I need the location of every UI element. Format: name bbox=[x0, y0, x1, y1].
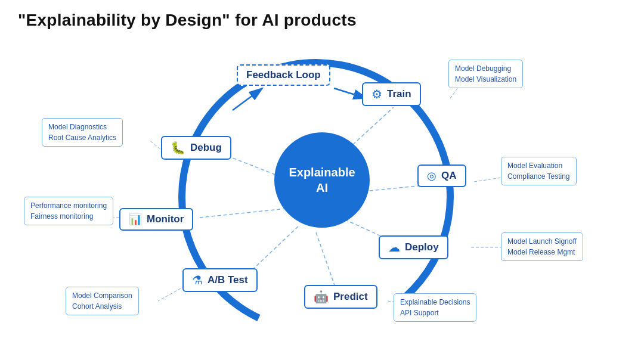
annotation-abtest-text: Model ComparisonCohort Analysis bbox=[72, 290, 132, 312]
feedback-label: Feedback Loop bbox=[246, 69, 321, 81]
annotation-predict-text: Explainable DecisionsAPI Support bbox=[400, 297, 470, 318]
annotation-predict: Explainable DecisionsAPI Support bbox=[394, 293, 476, 322]
annotation-deploy-text: Model Launch SignoffModel Release Mgmt bbox=[507, 236, 577, 257]
annotation-qa: Model EvaluationCompliance Testing bbox=[501, 157, 577, 185]
node-qa: ◎ QA bbox=[417, 165, 466, 187]
train-label: Train bbox=[387, 88, 411, 100]
debug-label: Debug bbox=[190, 142, 222, 154]
svg-line-9 bbox=[200, 209, 286, 218]
annotation-monitor: Performance monitoringFairness monitorin… bbox=[24, 197, 113, 225]
node-abtest: ⚗ A/B Test bbox=[182, 268, 258, 292]
node-predict: 🤖 Predict bbox=[304, 285, 377, 309]
center-circle: ExplainableAI bbox=[274, 132, 370, 228]
annotation-deploy: Model Launch SignoffModel Release Mgmt bbox=[501, 232, 583, 261]
debug-icon: 🐛 bbox=[171, 141, 185, 155]
annotation-debug: Model DiagnosticsRoot Cause Analytics bbox=[42, 118, 123, 147]
center-text: ExplainableAI bbox=[289, 165, 355, 195]
deploy-label: Deploy bbox=[405, 241, 439, 253]
annotation-monitor-text: Performance monitoringFairness monitorin… bbox=[30, 200, 107, 222]
page-container: "Explainability by Design" for AI produc… bbox=[0, 0, 644, 360]
qa-icon: ◎ bbox=[427, 169, 436, 182]
node-deploy: ☁ Deploy bbox=[379, 235, 448, 259]
annotation-train-text: Model DebuggingModel Visualization bbox=[455, 63, 516, 85]
node-debug: 🐛 Debug bbox=[161, 136, 231, 160]
svg-line-7 bbox=[316, 232, 337, 292]
qa-label: QA bbox=[441, 170, 457, 182]
annotation-debug-text: Model DiagnosticsRoot Cause Analytics bbox=[48, 122, 116, 143]
train-icon: ⚙ bbox=[371, 87, 382, 101]
annotation-train: Model DebuggingModel Visualization bbox=[448, 60, 523, 88]
monitor-label: Monitor bbox=[147, 213, 184, 225]
deploy-icon: ☁ bbox=[388, 240, 400, 255]
node-train: ⚙ Train bbox=[362, 82, 421, 106]
svg-line-15 bbox=[158, 286, 185, 301]
abtest-icon: ⚗ bbox=[192, 273, 203, 287]
predict-label: Predict bbox=[333, 291, 368, 303]
node-feedback: Feedback Loop bbox=[237, 64, 330, 86]
monitor-icon: 📊 bbox=[129, 213, 142, 226]
annotation-qa-text: Model EvaluationCompliance Testing bbox=[507, 160, 570, 182]
abtest-label: A/B Test bbox=[208, 274, 248, 286]
predict-icon: 🤖 bbox=[314, 290, 329, 304]
node-monitor: 📊 Monitor bbox=[119, 208, 193, 231]
annotation-abtest: Model ComparisonCohort Analysis bbox=[66, 287, 139, 315]
